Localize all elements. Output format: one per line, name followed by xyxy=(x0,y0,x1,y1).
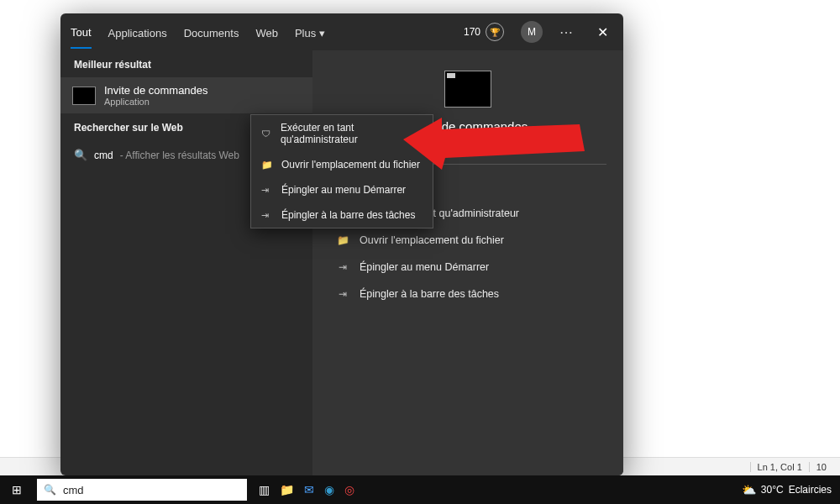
ctx-open-location[interactable]: 📁Ouvrir l'emplacement du fichier xyxy=(251,152,433,177)
folder-icon: 📁 xyxy=(261,160,273,171)
tab-web[interactable]: Web xyxy=(255,17,278,48)
more-options-icon[interactable]: ⋯ xyxy=(559,24,575,40)
status-zoom: 10 xyxy=(809,462,833,472)
weather-condition: Eclaircies xyxy=(789,484,832,496)
action-pin-start[interactable]: ⇥Épingler au menu Démarrer xyxy=(329,254,606,281)
context-menu: 🛡Exécuter en tant qu'administrateur 📁Ouv… xyxy=(250,114,433,228)
chrome-icon[interactable]: ◎ xyxy=(344,483,354,496)
trophy-icon: 🏆 xyxy=(486,23,504,41)
shield-icon: 🛡 xyxy=(261,129,272,139)
folder-icon: 📁 xyxy=(336,234,349,246)
web-query-sub: - Afficher les résultats Web xyxy=(120,150,239,161)
tab-documents[interactable]: Documents xyxy=(184,17,239,48)
search-icon: 🔍 xyxy=(74,149,87,161)
weather-icon: ⛅ xyxy=(742,483,756,496)
tab-all[interactable]: Tout xyxy=(71,16,92,49)
web-query: cmd xyxy=(94,150,113,161)
best-match-header: Meilleur résultat xyxy=(60,50,312,77)
status-cursor-pos: Ln 1, Col 1 xyxy=(750,462,809,472)
ctx-pin-taskbar[interactable]: ⇥Épingler à la barre des tâches xyxy=(251,202,433,228)
explorer-icon[interactable]: 📁 xyxy=(280,483,294,496)
search-tabs: Tout Applications Documents Web Plus ▾ 1… xyxy=(60,13,623,50)
action-open-location[interactable]: 📁Ouvrir l'emplacement du fichier xyxy=(329,227,606,254)
tab-more[interactable]: Plus ▾ xyxy=(295,17,325,48)
rewards-counter[interactable]: 170 🏆 xyxy=(464,23,504,41)
app-preview-icon xyxy=(444,71,491,108)
cmd-icon xyxy=(72,87,96,105)
action-pin-taskbar[interactable]: ⇥Épingler à la barre des tâches xyxy=(329,281,606,307)
weather-temp: 30°C xyxy=(761,484,784,496)
mail-icon[interactable]: ✉ xyxy=(304,483,314,496)
weather-widget[interactable]: ⛅ 30°C Eclaircies xyxy=(733,483,840,496)
pin-icon: ⇥ xyxy=(261,185,273,196)
ctx-pin-start[interactable]: ⇥Épingler au menu Démarrer xyxy=(251,177,433,202)
app-preview-type: Application xyxy=(445,137,491,147)
result-cmd[interactable]: Invite de commandes Application xyxy=(60,77,312,113)
result-subtitle: Application xyxy=(104,97,208,107)
taskbar-search[interactable]: 🔍 cmd xyxy=(37,479,247,501)
taskbar-search-value: cmd xyxy=(63,484,84,496)
search-icon: 🔍 xyxy=(44,484,56,496)
rewards-points: 170 xyxy=(464,26,480,38)
taskbar: ⊞ 🔍 cmd ▥ 📁 ✉ ◉ ◎ ⛅ 30°C Eclaircies xyxy=(0,475,840,504)
taskbar-icons: ▥ 📁 ✉ ◉ ◎ xyxy=(259,483,354,496)
tab-apps[interactable]: Applications xyxy=(108,17,167,48)
start-button[interactable]: ⊞ xyxy=(0,475,34,504)
pin-taskbar-icon: ⇥ xyxy=(261,210,273,221)
pin-icon: ⇥ xyxy=(336,261,349,273)
close-button[interactable]: ✕ xyxy=(591,21,613,43)
search-panel: Tout Applications Documents Web Plus ▾ 1… xyxy=(60,13,623,475)
pin-taskbar-icon: ⇥ xyxy=(336,288,349,300)
user-avatar[interactable]: M xyxy=(521,21,543,43)
task-view-icon[interactable]: ▥ xyxy=(259,483,270,496)
edge-icon[interactable]: ◉ xyxy=(324,483,334,496)
ctx-run-admin[interactable]: 🛡Exécuter en tant qu'administrateur xyxy=(251,115,433,152)
result-title: Invite de commandes xyxy=(104,84,208,97)
